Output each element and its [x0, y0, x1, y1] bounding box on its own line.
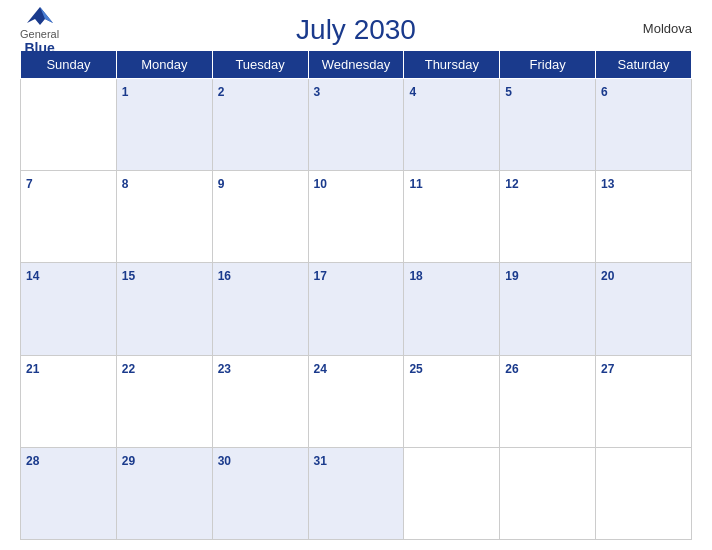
date-number: 6: [601, 85, 608, 99]
calendar-cell: 8: [116, 171, 212, 263]
calendar-cell: 12: [500, 171, 596, 263]
day-header-wednesday: Wednesday: [308, 51, 404, 79]
calendar-cell: 17: [308, 263, 404, 355]
day-header-tuesday: Tuesday: [212, 51, 308, 79]
calendar-week-1: 123456: [21, 79, 692, 171]
calendar-cell: 1: [116, 79, 212, 171]
logo-general: General: [20, 28, 59, 40]
page-title: July 2030: [296, 14, 416, 46]
date-number: 1: [122, 85, 129, 99]
day-header-monday: Monday: [116, 51, 212, 79]
calendar-cell: 23: [212, 355, 308, 447]
calendar-cell: 19: [500, 263, 596, 355]
date-number: 26: [505, 362, 518, 376]
calendar-cell: 25: [404, 355, 500, 447]
calendar-cell: 13: [596, 171, 692, 263]
date-number: 19: [505, 269, 518, 283]
country-label: Moldova: [643, 21, 692, 36]
date-number: 3: [314, 85, 321, 99]
date-number: 21: [26, 362, 39, 376]
date-number: 12: [505, 177, 518, 191]
calendar-cell: [500, 447, 596, 539]
calendar-cell: 30: [212, 447, 308, 539]
calendar-cell: 15: [116, 263, 212, 355]
date-number: 13: [601, 177, 614, 191]
logo: General Blue: [20, 5, 59, 56]
calendar-cell: 31: [308, 447, 404, 539]
date-number: 16: [218, 269, 231, 283]
calendar-cell: 18: [404, 263, 500, 355]
date-number: 22: [122, 362, 135, 376]
calendar-cell: 7: [21, 171, 117, 263]
svg-marker-0: [27, 7, 53, 25]
calendar-cell: 6: [596, 79, 692, 171]
calendar-cell: 11: [404, 171, 500, 263]
calendar-cell: 14: [21, 263, 117, 355]
calendar-cell: 20: [596, 263, 692, 355]
date-number: 4: [409, 85, 416, 99]
calendar-cell: 16: [212, 263, 308, 355]
date-number: 29: [122, 454, 135, 468]
calendar-header: General Blue July 2030 Moldova: [20, 10, 692, 46]
date-number: 18: [409, 269, 422, 283]
calendar-cell: 9: [212, 171, 308, 263]
calendar-cell: 3: [308, 79, 404, 171]
date-number: 7: [26, 177, 33, 191]
date-number: 5: [505, 85, 512, 99]
calendar-cell: 28: [21, 447, 117, 539]
date-number: 23: [218, 362, 231, 376]
date-number: 30: [218, 454, 231, 468]
date-number: 10: [314, 177, 327, 191]
date-number: 2: [218, 85, 225, 99]
calendar-week-2: 78910111213: [21, 171, 692, 263]
calendar-cell: [21, 79, 117, 171]
calendar-week-3: 14151617181920: [21, 263, 692, 355]
calendar-cell: 4: [404, 79, 500, 171]
date-number: 8: [122, 177, 129, 191]
date-number: 9: [218, 177, 225, 191]
calendar-cell: 29: [116, 447, 212, 539]
calendar-cell: 21: [21, 355, 117, 447]
day-header-thursday: Thursday: [404, 51, 500, 79]
logo-blue: Blue: [24, 40, 54, 56]
date-number: 24: [314, 362, 327, 376]
calendar-cell: 26: [500, 355, 596, 447]
date-number: 11: [409, 177, 422, 191]
calendar-cell: [596, 447, 692, 539]
date-number: 17: [314, 269, 327, 283]
date-number: 27: [601, 362, 614, 376]
logo-icon: [25, 5, 55, 27]
date-number: 15: [122, 269, 135, 283]
day-header-saturday: Saturday: [596, 51, 692, 79]
calendar-cell: 2: [212, 79, 308, 171]
calendar-week-5: 28293031: [21, 447, 692, 539]
date-number: 14: [26, 269, 39, 283]
calendar-week-4: 21222324252627: [21, 355, 692, 447]
calendar-cell: 24: [308, 355, 404, 447]
calendar-cell: 10: [308, 171, 404, 263]
days-header-row: SundayMondayTuesdayWednesdayThursdayFrid…: [21, 51, 692, 79]
calendar-cell: 27: [596, 355, 692, 447]
day-header-friday: Friday: [500, 51, 596, 79]
date-number: 20: [601, 269, 614, 283]
calendar-table: SundayMondayTuesdayWednesdayThursdayFrid…: [20, 50, 692, 540]
date-number: 31: [314, 454, 327, 468]
calendar-cell: [404, 447, 500, 539]
date-number: 28: [26, 454, 39, 468]
calendar-cell: 5: [500, 79, 596, 171]
date-number: 25: [409, 362, 422, 376]
calendar-cell: 22: [116, 355, 212, 447]
